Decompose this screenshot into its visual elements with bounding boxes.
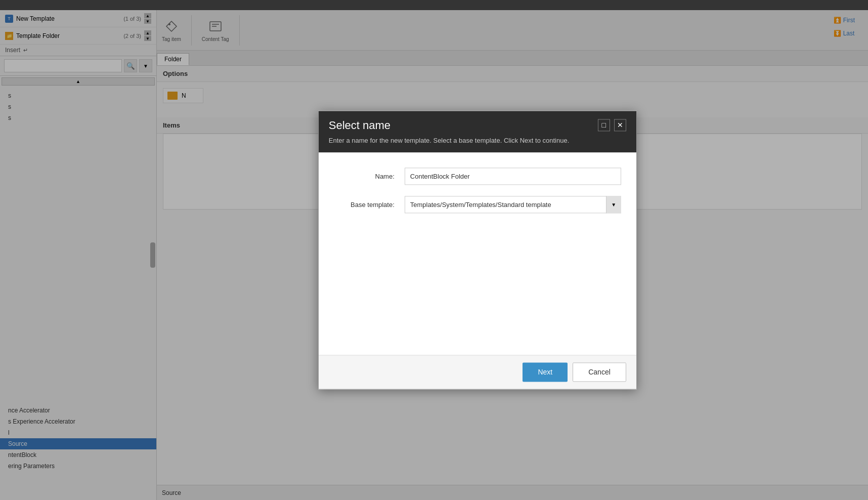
cancel-button[interactable]: Cancel bbox=[573, 363, 626, 382]
modal-maximize-button[interactable]: □ bbox=[598, 119, 610, 131]
modal-close-button[interactable]: ✕ bbox=[614, 119, 626, 131]
modal-title: Select name bbox=[329, 119, 569, 132]
modal-footer: Next Cancel bbox=[319, 355, 636, 389]
modal-header-actions: □ ✕ bbox=[598, 119, 626, 131]
close-icon: ✕ bbox=[617, 121, 623, 129]
base-template-select-wrapper: Templates/System/Templates/Standard temp… bbox=[405, 196, 621, 214]
base-template-label: Base template: bbox=[334, 201, 395, 209]
base-template-row: Base template: Templates/System/Template… bbox=[334, 196, 621, 214]
modal-title-area: Select name Enter a name for the new tem… bbox=[329, 119, 569, 145]
maximize-icon: □ bbox=[602, 121, 606, 129]
base-template-select[interactable]: Templates/System/Templates/Standard temp… bbox=[405, 196, 621, 214]
modal-dialog: Select name Enter a name for the new tem… bbox=[318, 110, 637, 389]
modal-body: Name: Base template: Templates/System/Te… bbox=[319, 153, 636, 355]
next-button[interactable]: Next bbox=[523, 363, 568, 382]
modal-subtitle: Enter a name for the new template. Selec… bbox=[329, 136, 569, 145]
modal-header: Select name Enter a name for the new tem… bbox=[319, 111, 636, 152]
name-label: Name: bbox=[334, 173, 395, 180]
name-row: Name: bbox=[334, 168, 621, 185]
name-input[interactable] bbox=[405, 168, 621, 185]
